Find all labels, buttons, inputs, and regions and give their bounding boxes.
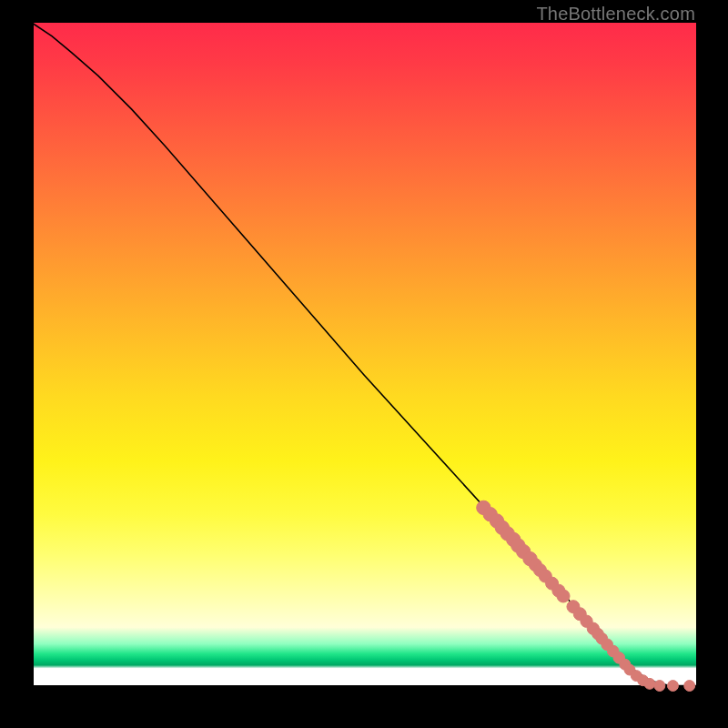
data-dot [557, 590, 570, 602]
curve-line [32, 23, 696, 686]
data-dot [668, 681, 679, 692]
dots-group [477, 500, 695, 691]
data-dot [654, 681, 665, 692]
chart-frame: TheBottleneck.com [0, 0, 728, 728]
chart-svg [32, 23, 696, 687]
data-dot [644, 678, 655, 689]
data-dot [684, 681, 695, 692]
watermark-text: TheBottleneck.com [536, 4, 695, 25]
